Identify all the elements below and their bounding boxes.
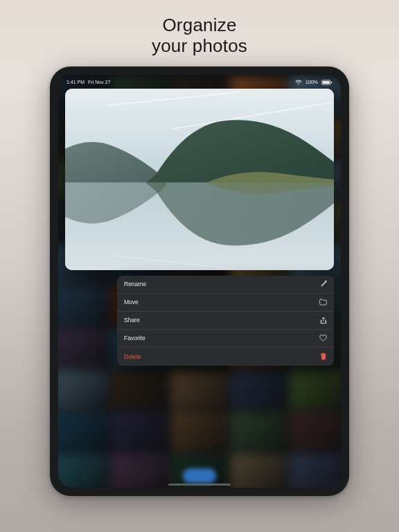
menu-item-share[interactable]: Share (117, 312, 334, 330)
status-date: Fri Nov 27 (88, 80, 110, 85)
menu-label: Favorite (124, 335, 145, 342)
grid-tile (290, 412, 341, 452)
status-battery-percent: 100% (305, 80, 318, 85)
grid-tile (58, 287, 109, 326)
menu-item-rename[interactable]: Rename (117, 276, 334, 294)
context-menu: Rename Move Share Favorite (117, 276, 334, 366)
grid-tile (171, 412, 229, 452)
menu-label: Share (124, 317, 140, 323)
status-time: 1:41 PM (66, 80, 85, 85)
grid-tile (171, 371, 229, 410)
bottom-action-button[interactable] (183, 468, 216, 484)
grid-tile (58, 371, 109, 410)
trash-icon (320, 353, 327, 360)
ipad-screen: 1:41 PM Fri Nov 27 100% (58, 75, 341, 488)
menu-item-move[interactable]: Move (117, 294, 334, 312)
grid-tile (112, 412, 169, 452)
grid-tile (58, 328, 109, 368)
pencil-icon (320, 281, 327, 287)
grid-tile (231, 454, 288, 487)
menu-item-favorite[interactable]: Favorite (117, 330, 334, 348)
grid-tile (112, 371, 169, 410)
headline-line-2: your photos (152, 35, 247, 56)
headline-line-1: Organize (162, 15, 236, 35)
svg-rect-2 (331, 82, 332, 83)
ipad-frame: 1:41 PM Fri Nov 27 100% (50, 66, 349, 496)
wifi-icon (295, 80, 302, 85)
grid-tile (112, 454, 169, 487)
battery-icon (321, 80, 332, 85)
grid-tile (231, 412, 288, 452)
heart-icon (319, 335, 327, 342)
share-icon (320, 317, 327, 324)
selected-photo[interactable] (65, 89, 334, 270)
grid-tile (58, 412, 109, 452)
menu-label: Move (124, 299, 139, 305)
folder-icon (319, 299, 327, 305)
grid-tile (231, 371, 288, 410)
marketing-headline: Organize your photos (152, 15, 247, 57)
grid-tile (58, 454, 109, 487)
grid-tile (290, 371, 341, 410)
menu-item-delete[interactable]: Delete (117, 348, 334, 366)
status-bar: 1:41 PM Fri Nov 27 100% (58, 78, 341, 87)
svg-rect-1 (323, 81, 330, 84)
home-indicator[interactable] (168, 484, 231, 486)
grid-tile (290, 454, 341, 487)
menu-label: Rename (124, 281, 146, 287)
menu-label: Delete (124, 353, 141, 360)
